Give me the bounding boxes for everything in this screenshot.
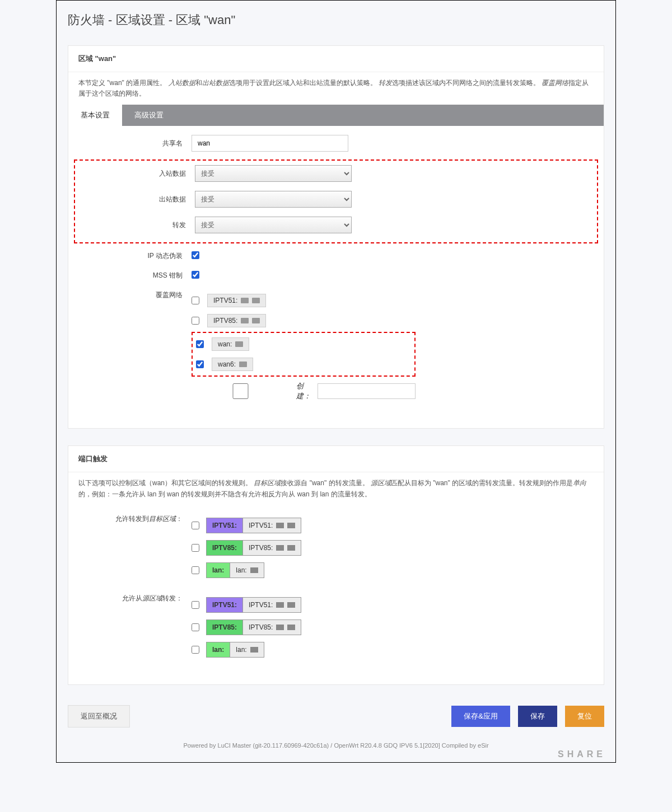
device-icon <box>241 318 249 323</box>
device-icon <box>276 625 284 630</box>
device-icon <box>252 318 260 323</box>
network-create-input[interactable] <box>318 383 416 399</box>
dest-lan-checkbox[interactable] <box>192 566 199 574</box>
forward-policy-select[interactable]: 接受 <box>195 217 352 233</box>
name-label: 共享名 <box>74 139 192 148</box>
src-lan-checkbox[interactable] <box>192 646 199 654</box>
src-zone-label: 允许从源区域转发： <box>74 594 192 603</box>
tab-basic[interactable]: 基本设置 <box>68 105 122 126</box>
policy-highlight: 入站数据 接受 出站数据 接受 转发 接 <box>74 159 598 243</box>
network-iptv51-checkbox[interactable] <box>192 297 199 304</box>
network-wan6-tag: wan6: <box>212 358 253 371</box>
back-button[interactable]: 返回至概况 <box>68 705 130 727</box>
save-button[interactable]: 保存 <box>518 706 557 727</box>
device-icon <box>252 298 260 303</box>
tabs: 基本设置 高级设置 <box>68 105 604 126</box>
device-icon <box>276 602 284 608</box>
network-wan-checkbox[interactable] <box>196 340 204 348</box>
mss-checkbox[interactable] <box>192 271 199 279</box>
output-policy-select[interactable]: 接受 <box>195 191 352 208</box>
device-icon <box>287 523 295 528</box>
zone-panel-description: 本节定义 "wan" 的通用属性。 入站数据和出站数据选项用于设置此区域入站和出… <box>68 72 604 105</box>
watermark: SHARE <box>558 749 606 759</box>
src-iptv85-checkbox[interactable] <box>192 623 199 631</box>
src-iptv51-checkbox[interactable] <box>192 601 199 609</box>
mss-label: MSS 钳制 <box>74 271 192 280</box>
tab-advanced[interactable]: 高级设置 <box>122 105 176 126</box>
footer: 返回至概况 保存&应用 保存 复位 <box>68 702 604 736</box>
src-iptv85-badge: IPTV85: IPTV85: <box>206 619 301 635</box>
network-highlight: wan: wan6: <box>192 332 416 377</box>
device-icon <box>239 362 247 367</box>
device-icon <box>250 567 258 573</box>
dest-iptv51-checkbox[interactable] <box>192 522 199 529</box>
device-icon <box>276 523 284 528</box>
page-title: 防火墙 - 区域设置 - 区域 "wan" <box>68 12 604 29</box>
port-trigger-panel: 端口触发 以下选项可以控制区域（wan）和其它区域间的转发规则。 目标区域接收源… <box>68 445 604 684</box>
output-policy-label: 出站数据 <box>77 195 195 204</box>
dest-zone-label: 允许转发到目标区域： <box>74 514 192 524</box>
network-create-checkbox[interactable] <box>192 383 290 399</box>
save-apply-button[interactable]: 保存&应用 <box>451 706 510 727</box>
powered-by: Powered by LuCI Master (git-20.117.60969… <box>68 736 604 751</box>
port-trigger-title: 端口触发 <box>68 446 604 472</box>
zone-panel-title: 区域 "wan" <box>68 46 604 72</box>
input-policy-label: 入站数据 <box>77 169 195 179</box>
src-lan-badge: lan: lan: <box>206 642 264 658</box>
create-label: 创建： <box>296 381 311 401</box>
network-wan6-checkbox[interactable] <box>196 360 204 368</box>
dest-lan-badge: lan: lan: <box>206 562 264 578</box>
input-policy-select[interactable]: 接受 <box>195 165 352 182</box>
dest-iptv51-badge: IPTV51: IPTV51: <box>206 518 301 533</box>
device-icon <box>287 545 295 551</box>
zone-panel: 区域 "wan" 本节定义 "wan" 的通用属性。 入站数据和出站数据选项用于… <box>68 45 604 429</box>
network-iptv85-tag: IPTV85: <box>207 314 266 327</box>
network-wan-tag: wan: <box>212 337 249 351</box>
dest-iptv85-badge: IPTV85: IPTV85: <box>206 540 301 556</box>
network-iptv51-tag: IPTV51: <box>207 294 266 307</box>
device-icon <box>241 298 249 303</box>
device-icon <box>287 602 295 608</box>
dest-iptv85-checkbox[interactable] <box>192 544 199 552</box>
port-trigger-description: 以下选项可以控制区域（wan）和其它区域间的转发规则。 目标区域接收源自 "wa… <box>68 472 604 505</box>
device-icon <box>287 625 295 630</box>
src-iptv51-badge: IPTV51: IPTV51: <box>206 597 301 613</box>
masq-label: IP 动态伪装 <box>74 251 192 261</box>
forward-policy-label: 转发 <box>77 220 195 230</box>
device-icon <box>276 545 284 551</box>
name-input[interactable] <box>192 135 348 152</box>
network-iptv85-checkbox[interactable] <box>192 317 199 325</box>
networks-label: 覆盖网络 <box>74 290 192 300</box>
device-icon <box>250 647 258 653</box>
masq-checkbox[interactable] <box>192 251 199 259</box>
reset-button[interactable]: 复位 <box>565 706 604 727</box>
device-icon <box>235 341 243 347</box>
